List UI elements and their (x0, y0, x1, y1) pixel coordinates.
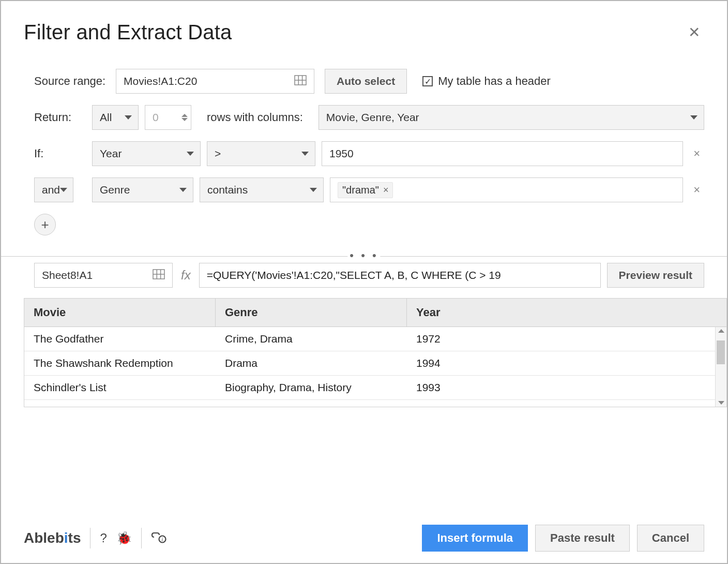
if-label: If: (34, 147, 86, 160)
table-header: Movie Genre Year (24, 299, 726, 327)
table-row: The Godfather Crime, Drama 1972 (24, 327, 726, 351)
table-row: Schindler's List Biography, Drama, Histo… (24, 376, 726, 400)
scrollbar[interactable] (715, 327, 726, 407)
svg-text:i: i (161, 537, 163, 542)
auto-select-label: Auto select (337, 75, 395, 87)
cell: Drama (216, 351, 407, 375)
close-icon[interactable]: ✕ (684, 22, 704, 43)
chevron-down-icon (179, 188, 187, 192)
return-mode-select[interactable]: All (92, 105, 139, 130)
drag-handle-icon[interactable]: • • • (347, 249, 380, 262)
condition-value-input[interactable]: 1950 (322, 141, 683, 166)
dialog-frame: Filter and Extract Data ✕ Source range: … (0, 0, 728, 564)
return-count-value: 0 (153, 111, 159, 124)
preview-label: Preview result (619, 269, 692, 281)
table-body: The Godfather Crime, Drama 1972 The Shaw… (24, 327, 726, 407)
remove-condition-button[interactable]: × (689, 183, 704, 197)
chip-remove-icon[interactable]: × (383, 185, 389, 196)
return-label: Return: (34, 111, 86, 124)
cancel-button[interactable]: Cancel (637, 525, 704, 552)
condition-column-value: Year (100, 147, 122, 160)
scroll-down-icon[interactable] (718, 401, 724, 405)
footer-left: Ablebits ? 🐞 i (24, 528, 166, 548)
insert-formula-button[interactable]: Insert formula (422, 525, 528, 552)
cell: The Godfather (24, 327, 216, 351)
dialog-header: Filter and Extract Data ✕ (24, 21, 704, 44)
content-area: Source range: Movies!A1:C20 Auto select … (24, 69, 704, 407)
fx-icon: fx (179, 268, 193, 283)
dialog-title: Filter and Extract Data (24, 21, 232, 44)
dialog-footer: Ablebits ? 🐞 i Insert formula Paste resu… (24, 515, 704, 552)
info-link-icon[interactable]: i (151, 530, 166, 546)
number-spinner[interactable] (181, 114, 188, 121)
separator (141, 528, 142, 548)
condition-column-select[interactable]: Genre (92, 177, 193, 202)
condition-operator-value: > (215, 147, 221, 160)
value-chip[interactable]: "drama" × (338, 182, 393, 198)
condition-row-1: If: Year > 1950 × (34, 141, 704, 166)
formula-text: =QUERY('Movies'!A1:C20,"SELECT A, B, C W… (207, 269, 501, 281)
destination-input[interactable]: Sheet8!A1 (34, 263, 173, 288)
add-condition-button[interactable]: + (34, 214, 56, 235)
cell: Raging Bull (24, 400, 216, 407)
remove-condition-button[interactable]: × (689, 147, 704, 160)
help-icon[interactable]: ? (100, 531, 107, 545)
return-row: Return: All 0 rows with columns: Movie, … (34, 105, 704, 130)
condition-operator-value: contains (207, 184, 248, 196)
header-checkbox-label: My table has a header (438, 75, 551, 88)
separator (90, 528, 90, 548)
return-mode-value: All (100, 111, 112, 124)
source-range-input[interactable]: Movies!A1:C20 (116, 69, 314, 94)
condition-column-select[interactable]: Year (92, 141, 201, 166)
source-label: Source range: (34, 75, 110, 88)
scroll-up-icon[interactable] (718, 329, 724, 333)
chevron-down-icon (310, 188, 317, 192)
return-count-input[interactable]: 0 (145, 105, 191, 130)
table-row: Raging Bull Biography, Drama, Sport 1980 (24, 400, 726, 407)
condition-column-value: Genre (100, 184, 130, 196)
brand-logo: Ablebits (24, 530, 81, 546)
return-mid-label: rows with columns: (207, 111, 303, 124)
grid-icon[interactable] (153, 269, 165, 282)
columns-select[interactable]: Movie, Genre, Year (318, 105, 704, 130)
grid-icon[interactable] (294, 75, 307, 88)
cell: The Shawshank Redemption (24, 351, 216, 375)
condition-row-2: and Genre contains "drama" × × (34, 177, 704, 202)
cell: Biography, Drama, History (216, 376, 407, 399)
columns-value: Movie, Genre, Year (326, 111, 419, 124)
auto-select-button[interactable]: Auto select (325, 69, 407, 94)
condition-operator-select[interactable]: contains (200, 177, 324, 202)
source-row: Source range: Movies!A1:C20 Auto select … (34, 69, 704, 94)
destination-value: Sheet8!A1 (42, 269, 93, 281)
col-header-genre[interactable]: Genre (216, 299, 407, 326)
logic-value: and (42, 184, 60, 196)
section-divider: • • • (1, 256, 727, 257)
logic-select[interactable]: and (34, 177, 73, 202)
scroll-thumb[interactable] (717, 340, 725, 364)
cell: Biography, Drama, Sport (216, 400, 407, 407)
cell: 1972 (407, 327, 726, 351)
cell: 1993 (407, 376, 726, 399)
bug-icon[interactable]: 🐞 (116, 531, 132, 545)
preview-table: Movie Genre Year The Godfather Crime, Dr… (24, 298, 727, 407)
chevron-down-icon (301, 152, 309, 156)
cell: 1994 (407, 351, 726, 375)
chevron-down-icon (60, 188, 67, 192)
chip-text: "drama" (342, 184, 379, 196)
header-checkbox-wrap[interactable]: ✓ My table has a header (422, 75, 551, 88)
chevron-down-icon (690, 115, 697, 120)
condition-value-input[interactable]: "drama" × (330, 177, 683, 202)
header-checkbox[interactable]: ✓ (422, 76, 433, 86)
spinner-down-icon[interactable] (181, 118, 188, 121)
paste-result-button[interactable]: Paste result (535, 525, 630, 552)
chevron-down-icon (125, 115, 132, 120)
col-header-year[interactable]: Year (407, 299, 726, 326)
footer-right: Insert formula Paste result Cancel (422, 525, 704, 552)
formula-input[interactable]: =QUERY('Movies'!A1:C20,"SELECT A, B, C W… (199, 263, 601, 288)
preview-result-button[interactable]: Preview result (607, 263, 704, 288)
cell: Crime, Drama (216, 327, 407, 351)
col-header-movie[interactable]: Movie (24, 299, 216, 326)
formula-row: Sheet8!A1 fx =QUERY('Movies'!A1:C20,"SEL… (34, 263, 704, 288)
condition-operator-select[interactable]: > (207, 141, 315, 166)
spinner-up-icon[interactable] (181, 114, 188, 117)
